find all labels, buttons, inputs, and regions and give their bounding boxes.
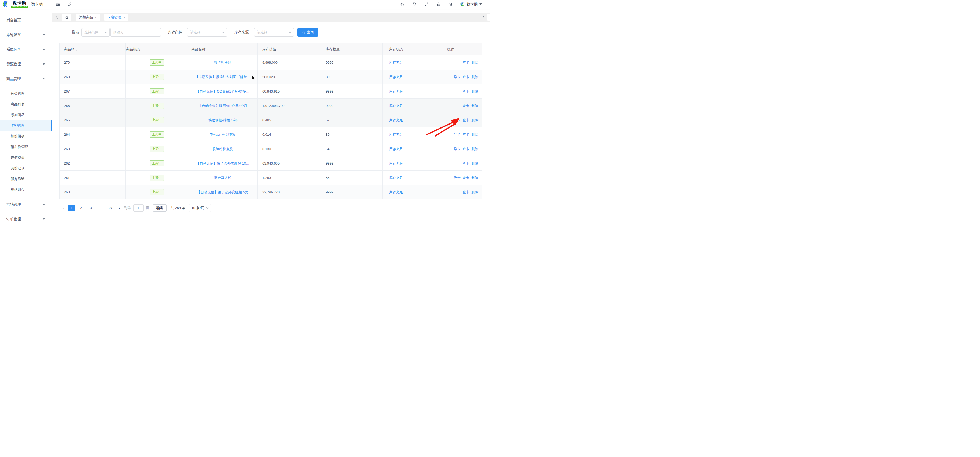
sidebar-item-add-product[interactable]: 添加商品 <box>0 110 52 120</box>
cell-stock-value: 0.130 <box>258 142 319 156</box>
stock-source-select[interactable]: 请选择 <box>254 28 294 37</box>
user-menu[interactable]: 数卡购 <box>460 2 482 7</box>
product-name-link[interactable]: 数卡购主站 <box>214 61 231 64</box>
product-name-link[interactable]: 快速转推-掉落不补 <box>208 118 237 122</box>
product-name-link[interactable]: 极速特快点赞 <box>213 147 233 151</box>
action-link[interactable]: 查卡 <box>463 176 469 180</box>
action-link[interactable]: 删除 <box>471 161 478 165</box>
page-size-select[interactable]: 10 条/页 <box>189 204 212 212</box>
action-link[interactable]: 导卡 <box>454 176 461 180</box>
cell-product-id: 263 <box>60 142 126 156</box>
trash-icon[interactable] <box>449 2 453 6</box>
status-badge: 上架中 <box>150 103 164 109</box>
sidebar-item-product-management[interactable]: 商品管理 <box>0 72 52 86</box>
action-link[interactable]: 删除 <box>471 75 478 79</box>
action-link[interactable]: 查卡 <box>463 104 469 108</box>
product-name-link[interactable]: 【自动充值】饿了么外卖红包 10… <box>196 161 249 165</box>
close-icon[interactable]: × <box>123 16 125 19</box>
action-link[interactable]: 删除 <box>471 118 478 122</box>
sidebar-item-dashboard[interactable]: 后台首页 <box>0 13 52 27</box>
refresh-icon[interactable] <box>67 2 72 6</box>
action-link[interactable]: 导卡 <box>454 133 461 136</box>
filter-bar: 搜索 选择条件 库存条件 请选择 库存来源 请选择 查询 <box>72 28 490 37</box>
page-button-1[interactable]: 1 <box>68 205 75 211</box>
sidebar: 后台首页 系统设置 系统运营 货源管理 商品管理 分类管理 商品列表 添加商品 … <box>0 8 52 228</box>
product-name-link[interactable]: 【自动充值】饿了么外卖红包 5元 <box>197 190 248 194</box>
action-link[interactable]: 导卡 <box>454 147 461 151</box>
sidebar-item-recharge-template[interactable]: 充值模板 <box>0 152 52 163</box>
product-name-link[interactable]: 混合真人粉 <box>214 176 231 180</box>
sidebar-item-order-management[interactable]: 订单管理 <box>0 212 52 226</box>
action-link[interactable]: 删除 <box>471 190 478 194</box>
product-name-link[interactable]: 【自动充值】QQ黄钻1个月-拼多… <box>196 89 250 93</box>
sidebar-item-card-key-management[interactable]: 卡密管理 <box>0 120 52 131</box>
action-link[interactable]: 查卡 <box>463 118 469 122</box>
query-button[interactable]: 查询 <box>298 28 318 37</box>
stock-condition-select[interactable]: 请选择 <box>187 28 227 37</box>
status-badge: 上架中 <box>150 59 164 66</box>
goto-page-input[interactable] <box>134 204 143 212</box>
action-link[interactable]: 导卡 <box>454 118 461 122</box>
sidebar-item-price-adjust-log[interactable]: 调价记录 <box>0 163 52 174</box>
sidebar-item-markup-template[interactable]: 加价模板 <box>0 131 52 142</box>
tab-home[interactable] <box>62 14 72 21</box>
confirm-page-button[interactable]: 确定 <box>153 204 167 212</box>
cell-stock-value: 283.020 <box>258 70 319 84</box>
tab-add-product[interactable]: 添加商品 × <box>76 14 100 21</box>
close-icon[interactable]: × <box>95 16 97 19</box>
fullscreen-icon[interactable] <box>425 2 429 6</box>
product-name-link[interactable]: Twitter 推文印象 <box>210 133 235 136</box>
tabs-scroll-right-icon[interactable] <box>482 15 486 19</box>
product-name-link[interactable]: 【卡密兑换】微信红包封面『辣舞… <box>195 75 251 79</box>
sidebar-item-service-promise[interactable]: 服务承诺 <box>0 174 52 184</box>
column-header-product-id[interactable]: 商品ID <box>60 43 126 56</box>
tabs-scroll-left-icon[interactable] <box>55 15 59 19</box>
chevron-down-icon <box>43 34 45 36</box>
collapse-sidebar-icon[interactable] <box>56 2 60 7</box>
action-link[interactable]: 删除 <box>471 61 478 64</box>
sidebar-item-system-settings[interactable]: 系统设置 <box>0 27 52 42</box>
sidebar-item-marketing-management[interactable]: 营销管理 <box>0 197 52 212</box>
sidebar-item-supply-management[interactable]: 货源管理 <box>0 57 52 72</box>
column-header-operations: 操作 <box>447 43 482 56</box>
column-header-stock-qty: 库存数量 <box>319 43 383 56</box>
tab-card-key-management[interactable]: 卡密管理 × <box>104 14 128 21</box>
search-condition-select[interactable]: 选择条件 <box>81 28 110 37</box>
sidebar-item-preset-price[interactable]: 预定价管理 <box>0 142 52 152</box>
home-icon[interactable] <box>400 2 404 7</box>
action-link[interactable]: 删除 <box>471 176 478 180</box>
stock-status-text: 库存充足 <box>389 75 403 79</box>
logo[interactable]: 数卡购 ShuKaGou.Com 数卡购 <box>0 1 52 8</box>
action-link[interactable]: 导卡 <box>454 75 461 79</box>
page-button-3[interactable]: 3 <box>88 205 94 211</box>
product-name-link[interactable]: 【自动充值】醒图VIP会员3个月 <box>198 104 247 108</box>
action-link[interactable]: 删除 <box>471 104 478 108</box>
sidebar-item-category-management[interactable]: 分类管理 <box>0 88 52 99</box>
action-link[interactable]: 删除 <box>471 133 478 136</box>
action-link[interactable]: 删除 <box>471 147 478 151</box>
action-link[interactable]: 查卡 <box>463 75 469 79</box>
page-button-2[interactable]: 2 <box>78 205 84 211</box>
action-link[interactable]: 查卡 <box>463 161 469 165</box>
table-row: 270 上架中 数卡购主站 9,999.000 9999 库存充足 查卡删除 <box>60 56 482 70</box>
action-link[interactable]: 查卡 <box>463 61 469 64</box>
sidebar-item-product-list[interactable]: 商品列表 <box>0 99 52 110</box>
prev-page-icon[interactable]: ‹ <box>63 206 64 210</box>
stock-status-text: 库存充足 <box>389 89 403 93</box>
action-link[interactable]: 查卡 <box>463 190 469 194</box>
sidebar-item-system-operation[interactable]: 系统运营 <box>0 42 52 57</box>
cell-product-id: 260 <box>60 185 126 200</box>
action-link[interactable]: 查卡 <box>463 147 469 151</box>
search-keyword-input[interactable] <box>110 28 161 37</box>
sort-icon[interactable] <box>76 48 78 51</box>
next-page-icon[interactable]: › <box>119 206 120 210</box>
tab-options-button[interactable] <box>487 14 490 21</box>
page-button-27[interactable]: 27 <box>107 205 114 211</box>
action-link[interactable]: 查卡 <box>463 89 469 93</box>
tag-icon[interactable] <box>412 2 417 7</box>
lock-icon[interactable] <box>436 2 441 6</box>
action-link[interactable]: 查卡 <box>463 133 469 136</box>
action-link[interactable]: 删除 <box>471 89 478 93</box>
sidebar-item-spec-combination[interactable]: 规格组合 <box>0 184 52 195</box>
column-header-product-status: 商品状态 <box>126 43 188 56</box>
